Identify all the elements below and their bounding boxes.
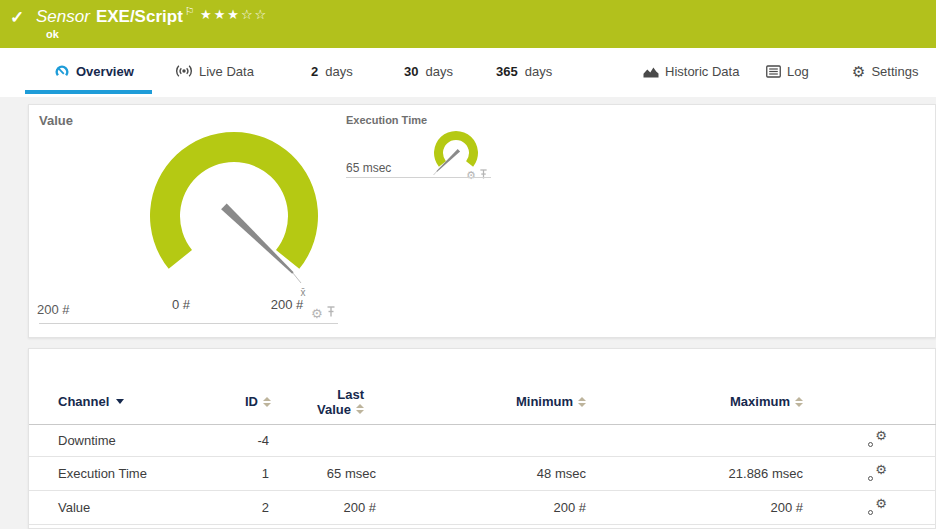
table-row-execution-time[interactable]: Execution Time 1 65 msec 48 msec 21.886 … [29, 457, 936, 491]
tab-live-data-label: Live Data [199, 64, 254, 79]
tab-live-data[interactable]: Live Data [175, 48, 254, 94]
sensor-name: EXE/Script [96, 7, 183, 26]
value-gauge-min-label: 0 # [172, 297, 191, 311]
column-header-minimum-label: Minimum [516, 394, 573, 409]
priority-stars[interactable]: ★★★☆☆ [200, 7, 268, 22]
value-gauge-current: 200 # [37, 302, 70, 317]
tab-2-days-number: 2 [311, 64, 318, 79]
cell-minimum: 200 # [456, 491, 586, 525]
area-chart-icon [643, 65, 659, 78]
cell-maximum: 21.886 msec [673, 457, 803, 491]
tab-log-label: Log [787, 64, 809, 79]
value-gauge: x̄ 0 # 200 # [139, 126, 339, 311]
execution-gauge-actions: ⚙ [466, 166, 488, 184]
flag-icon[interactable]: ⚐ [185, 5, 195, 17]
tab-log[interactable]: Log [766, 48, 809, 94]
tab-bar: Overview Live Data 2 days 30 days 365 [0, 48, 936, 97]
column-header-maximum[interactable]: Maximum [673, 379, 803, 424]
execution-panel-divider [346, 177, 491, 178]
column-header-channel-label: Channel [58, 394, 109, 409]
channel-settings-icon[interactable]: ⚙ [867, 432, 887, 448]
channel-settings-icon[interactable]: ⚙ [867, 500, 887, 516]
sensor-header: ✓ SensorEXE/Script⚐ ★★★☆☆ ok [0, 0, 936, 48]
overview-gauges-panel: Value x̄ 0 # 200 # 200 # ⚙ Execution Tim… [28, 104, 936, 338]
tab-historic-data-label: Historic Data [665, 64, 739, 79]
tab-365-days-label: days [525, 64, 552, 79]
tab-30-days-number: 30 [404, 64, 418, 79]
value-gauge-max-label: 200 # [271, 297, 304, 311]
tab-settings-label: Settings [871, 64, 918, 79]
tab-settings[interactable]: ⚙ Settings [852, 48, 918, 94]
column-header-minimum[interactable]: Minimum [456, 379, 586, 424]
cell-channel: Downtime [58, 424, 116, 457]
pin-icon[interactable] [326, 304, 336, 322]
pin-icon[interactable] [479, 166, 488, 184]
sort-icon [263, 397, 271, 407]
gauge-icon [54, 64, 70, 79]
tab-overview-label: Overview [76, 64, 134, 79]
tab-365-days[interactable]: 365 days [496, 48, 552, 94]
status-badge: ok [46, 28, 59, 40]
tab-historic-data[interactable]: Historic Data [643, 48, 739, 94]
tab-2-days[interactable]: 2 days [311, 48, 353, 94]
column-header-last-value[interactable]: Last Value [276, 379, 364, 424]
cell-minimum: 48 msec [456, 457, 586, 491]
gear-icon: ⚙ [852, 64, 865, 79]
chevron-down-icon [116, 399, 124, 404]
sensor-title: SensorEXE/Script⚐ [36, 5, 195, 27]
column-header-last-label: Last [337, 387, 364, 402]
broadcast-icon [175, 64, 193, 78]
gauge-settings-gear-icon[interactable]: ⚙ [311, 307, 323, 320]
cell-id: 2 [169, 491, 269, 525]
tab-30-days[interactable]: 30 days [404, 48, 453, 94]
cell-id: 1 [169, 457, 269, 491]
cell-maximum: 200 # [673, 491, 803, 525]
channels-table-panel: Channel ID Last Value Minimum Maximum [28, 348, 936, 529]
value-panel-divider [39, 323, 338, 324]
tab-2-days-label: days [325, 64, 352, 79]
sort-icon [578, 397, 586, 407]
sensor-page: ✓ SensorEXE/Script⚐ ★★★☆☆ ok Overview [0, 0, 936, 529]
column-header-channel[interactable]: Channel [58, 379, 124, 424]
value-gauge-actions: ⚙ [311, 304, 336, 322]
log-icon [766, 65, 781, 78]
sort-icon [356, 404, 364, 414]
cell-last-value: 200 # [276, 491, 376, 525]
tab-30-days-label: days [425, 64, 452, 79]
active-tab-underline [25, 90, 152, 94]
value-gauge-title: Value [39, 113, 73, 128]
column-header-value-label: Value [317, 402, 351, 417]
column-header-maximum-label: Maximum [730, 394, 790, 409]
cell-channel: Value [58, 491, 90, 525]
execution-gauge-title: Execution Time [346, 114, 427, 126]
gauge-settings-gear-icon[interactable]: ⚙ [466, 170, 476, 181]
column-header-id[interactable]: ID [169, 379, 271, 424]
tab-overview[interactable]: Overview [54, 48, 134, 94]
sort-icon [795, 397, 803, 407]
column-header-id-label: ID [245, 394, 258, 409]
table-row-downtime[interactable]: Downtime -4 ⚙ [29, 424, 936, 457]
tab-365-days-number: 365 [496, 64, 518, 79]
cell-channel: Execution Time [58, 457, 147, 491]
table-row-value[interactable]: Value 2 200 # 200 # 200 # ⚙ [29, 491, 936, 525]
cell-id: -4 [169, 424, 269, 457]
channel-settings-icon[interactable]: ⚙ [867, 466, 887, 482]
status-check-icon: ✓ [10, 7, 24, 28]
cell-last-value: 65 msec [276, 457, 376, 491]
execution-gauge-current: 65 msec [346, 161, 391, 175]
sensor-kind-label: Sensor [36, 7, 90, 26]
